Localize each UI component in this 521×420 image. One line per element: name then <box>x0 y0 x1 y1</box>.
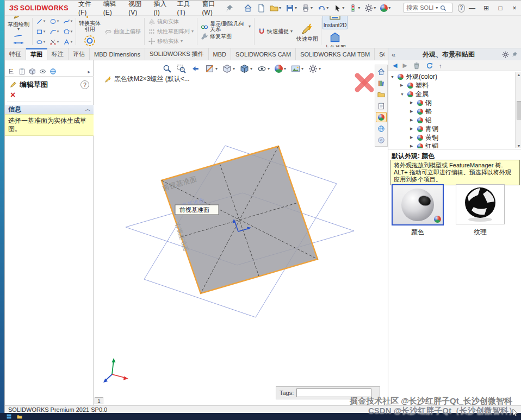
featuremanager-tab-icon[interactable] <box>8 68 15 75</box>
up-folder-icon[interactable]: ↑ <box>439 62 442 69</box>
display-delete-relations-button[interactable]: 显示/删除几何关系 ▾ <box>199 22 253 32</box>
appearances-tab-icon[interactable] <box>376 112 387 122</box>
expander-icon[interactable] <box>410 118 415 122</box>
search-icon[interactable] <box>440 5 446 11</box>
file-explorer-tab-icon[interactable] <box>376 89 387 99</box>
tree-scrollbar[interactable]: ▲ ▼ <box>515 72 521 148</box>
tab-mbd-dimensions[interactable]: MBD Dimensions <box>90 48 145 60</box>
edit-appearance-icon[interactable]: ▾ <box>379 3 392 13</box>
offset-entities-button[interactable]: 等距实体 <box>77 33 102 47</box>
close-button[interactable]: × <box>507 2 521 14</box>
pm-help-button[interactable]: ? <box>80 80 89 89</box>
task-pane-pin-icon[interactable] <box>511 51 518 58</box>
tab-mbd[interactable]: MBD <box>209 48 231 60</box>
tab-solidworks-cam[interactable]: SOLIDWORKS CAM <box>231 48 296 60</box>
delete-appearance-icon[interactable] <box>413 62 420 70</box>
open-icon[interactable]: ▾ <box>269 3 282 14</box>
hide-show-items-icon[interactable]: ▾ <box>257 64 270 74</box>
expander-icon[interactable] <box>390 75 395 79</box>
convert-entities-button[interactable]: 转换实体引用 <box>77 16 102 33</box>
design-library-tab-icon[interactable] <box>376 78 387 88</box>
expander-icon[interactable] <box>400 83 405 87</box>
options-gear-icon[interactable]: ▾ <box>363 3 377 14</box>
displaymanager-tab-icon[interactable] <box>49 68 57 75</box>
tab-features[interactable]: 特征 <box>5 48 26 60</box>
sketch-button[interactable]: 草图绘制 <box>6 16 31 32</box>
previous-view-icon[interactable] <box>190 64 201 74</box>
print-icon[interactable]: ▾ <box>300 3 314 14</box>
graphics-area[interactable]: 前视基准面 上视基准面 右视基准面 前视基准面 <box>94 60 388 405</box>
edit-appearance-hud-icon[interactable]: ▾ <box>274 64 287 73</box>
minimize-button[interactable]: — <box>465 2 479 14</box>
spline-icon[interactable] <box>61 16 75 27</box>
smart-dimension-button[interactable]: 智能尺寸 <box>6 32 31 47</box>
tree-item-bronze[interactable]: 青铜 <box>388 124 515 133</box>
arc-icon[interactable] <box>47 27 61 37</box>
layout-button[interactable]: ⊞ <box>479 2 493 14</box>
move-entities-button[interactable]: 移动实体 ▾ <box>146 36 196 46</box>
graphics-viewport[interactable]: 前视基准面 上视基准面 右视基准面 前视基准面 <box>94 60 388 405</box>
repair-sketch-button[interactable]: 修复草图 <box>199 32 253 41</box>
polygon-icon[interactable] <box>61 27 75 37</box>
configurationmanager-tab-icon[interactable] <box>29 68 36 75</box>
expander-icon[interactable] <box>410 109 415 114</box>
sketch-text-icon[interactable] <box>61 37 75 47</box>
task-pane-gear-icon[interactable] <box>502 51 509 58</box>
undo-icon[interactable]: ▾ <box>316 3 330 14</box>
shaded-sketch-contours-button[interactable]: 上色草图轮廓 <box>322 29 348 48</box>
select-icon[interactable]: ▾ <box>332 3 345 14</box>
line-icon[interactable] <box>34 16 47 27</box>
expander-icon[interactable] <box>410 101 415 105</box>
view-palette-tab-icon[interactable] <box>376 101 387 111</box>
resources-tab-icon[interactable] <box>376 66 387 77</box>
trim-entities-icon[interactable] <box>47 37 61 47</box>
offset-on-surface-button[interactable]: 曲面上偏移 <box>102 27 143 36</box>
home-icon[interactable] <box>243 3 253 14</box>
view-orientation-icon[interactable]: ▾ <box>222 64 235 74</box>
message-group-header[interactable]: 信息 ︿ <box>5 105 94 114</box>
dimxpertmanager-tab-icon[interactable] <box>39 68 46 75</box>
view-settings-icon[interactable]: ▾ <box>308 64 321 74</box>
zoom-fit-icon[interactable] <box>162 64 172 74</box>
expander-icon[interactable] <box>410 135 415 140</box>
forum-tab-icon[interactable] <box>376 135 387 145</box>
rectangle-icon[interactable] <box>34 27 47 37</box>
tree-item-plastic[interactable]: 塑料 <box>388 81 515 90</box>
ellipse-icon[interactable] <box>34 37 47 47</box>
new-document-icon[interactable] <box>256 3 266 14</box>
quick-snaps-button[interactable]: 快速捕捉 ▾ <box>256 27 295 36</box>
forward-icon[interactable]: ▶ <box>402 62 407 69</box>
collapse-panel-icon[interactable]: « <box>392 51 395 59</box>
apply-scene-icon[interactable]: ▾ <box>290 64 304 74</box>
pm-cancel-button[interactable]: × <box>10 91 15 99</box>
search-input[interactable]: 搜索 SOLI ▾ <box>404 3 452 13</box>
collapse-group-icon[interactable]: ︿ <box>85 106 90 113</box>
scroll-down-icon[interactable]: ▼ <box>517 144 521 148</box>
search-dropdown-icon[interactable]: ▾ <box>436 6 438 10</box>
color-appearance-thumbnail[interactable] <box>392 184 444 225</box>
maximize-button[interactable]: □ <box>493 2 507 14</box>
tab-overflow-icon[interactable]: ▸ <box>88 69 90 74</box>
start-button-icon[interactable] <box>7 414 11 419</box>
tree-item-metal[interactable]: 金属 <box>388 90 515 98</box>
back-icon[interactable]: ◀ <box>393 62 397 69</box>
instant2d-button[interactable]: Instant2D <box>322 16 348 29</box>
rebuild-icon[interactable]: ▾ <box>348 3 361 14</box>
menu-pin-icon[interactable] <box>224 3 235 14</box>
custom-properties-tab-icon[interactable] <box>376 123 387 134</box>
expander-icon[interactable] <box>400 92 405 96</box>
tree-item-appearances[interactable]: 外观(color) <box>388 72 515 81</box>
circle-icon[interactable] <box>47 16 61 27</box>
confirmation-corner-cancel[interactable] <box>353 71 376 94</box>
propertymanager-tab-icon[interactable] <box>18 68 26 75</box>
tree-item-brass[interactable]: 黄铜 <box>388 133 515 142</box>
scroll-up-icon[interactable]: ▲ <box>517 73 521 77</box>
expander-icon[interactable] <box>410 127 415 131</box>
refresh-icon[interactable] <box>426 62 433 70</box>
tab-solidworks-inspection[interactable]: SOLIDWORKS Inspection <box>375 48 384 60</box>
rapid-sketch-button[interactable]: 快速草图 <box>295 21 320 42</box>
tree-item-chrome[interactable]: 铬 <box>388 107 515 116</box>
tab-evaluate[interactable]: 评估 <box>69 48 90 60</box>
help-button[interactable]: ? <box>458 4 465 12</box>
save-icon[interactable]: ▾ <box>284 3 298 14</box>
